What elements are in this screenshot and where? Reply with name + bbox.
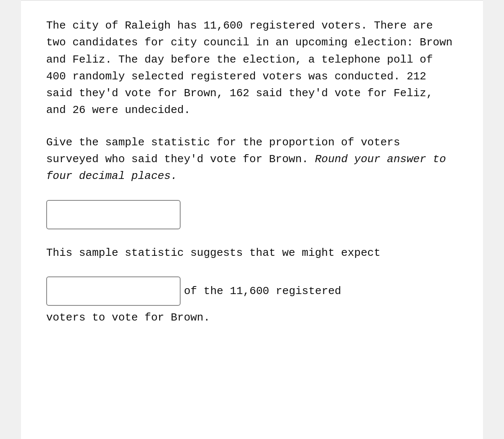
sample-statistic-section: This sample statistic suggests that we m… [46,244,458,326]
trailing-text: voters to vote for Brown. [46,309,458,326]
problem-statement: The city of Raleigh has 11,600 registere… [46,17,458,119]
proportion-answer-input[interactable] [46,200,181,229]
question-text: Give the sample statistic for the propor… [46,134,458,185]
sample-statistic-prefix: This sample statistic suggests that we m… [46,244,458,261]
question-section: Give the sample statistic for the propor… [46,134,458,229]
expected-voters-input[interactable] [46,276,181,306]
page-container: The city of Raleigh has 11,600 registere… [21,0,483,439]
inline-suffix-text: of the 11,600 registered [184,283,341,300]
inline-answer-section: of the 11,600 registered [46,276,458,306]
